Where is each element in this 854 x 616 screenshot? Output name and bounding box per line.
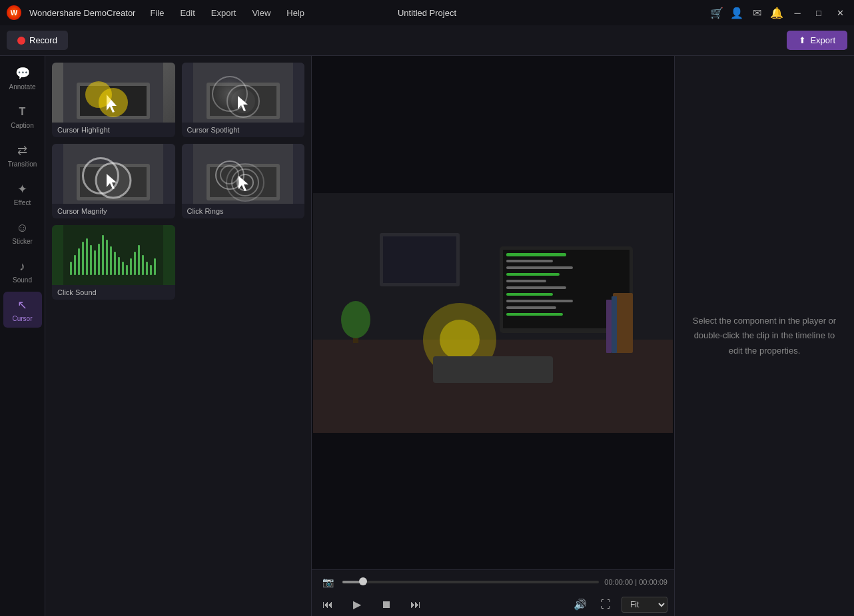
sidebar-label-sticker: Sticker bbox=[12, 238, 33, 245]
cursor-panel: Cursor Highlight Cursor Sp bbox=[45, 56, 312, 616]
svg-rect-59 bbox=[506, 293, 553, 296]
sidebar-label-annotate: Annotate bbox=[9, 83, 35, 91]
sidebar-label-cursor: Cursor bbox=[12, 315, 32, 322]
cursor-card-rings[interactable]: Click Rings bbox=[182, 144, 305, 218]
cursor-thumb-rings bbox=[182, 144, 305, 204]
sidebar-item-sticker[interactable]: ☺ Sticker bbox=[3, 214, 42, 250]
menu-edit[interactable]: Edit bbox=[173, 5, 201, 21]
properties-hint: Select the component in the player or do… bbox=[688, 314, 841, 358]
svg-rect-29 bbox=[82, 242, 84, 275]
sidebar-item-cursor[interactable]: ↖ Cursor bbox=[3, 292, 42, 328]
sidebar-label-sound: Sound bbox=[13, 276, 32, 284]
progress-track[interactable] bbox=[342, 581, 599, 583]
close-button[interactable]: ✕ bbox=[833, 5, 847, 20]
record-indicator bbox=[17, 37, 25, 45]
menubar: File Edit Export View Help bbox=[143, 5, 311, 21]
menu-export[interactable]: Export bbox=[205, 5, 243, 21]
spotlight-svg bbox=[193, 63, 293, 123]
svg-rect-46 bbox=[150, 265, 152, 275]
progress-row: 📷 00:00:00 | 00:00:09 bbox=[318, 573, 667, 591]
time-display: 00:00:00 | 00:00:09 bbox=[604, 578, 667, 586]
sidebar-label-effect: Effect bbox=[14, 199, 31, 206]
menu-help[interactable]: Help bbox=[280, 5, 311, 21]
cursor-card-sound[interactable]: Click Sound bbox=[52, 225, 175, 300]
volume-button[interactable]: 🔊 bbox=[571, 595, 590, 614]
skip-back-button[interactable]: ⏮ bbox=[318, 595, 337, 614]
svg-marker-17 bbox=[107, 174, 117, 189]
caption-icon: T bbox=[15, 104, 31, 120]
app-name: Wondershare DemoCreator bbox=[29, 8, 135, 18]
video-player bbox=[312, 56, 674, 569]
right-controls: 🔊 ⛶ Fit 25% 50% 75% 100% bbox=[571, 595, 667, 614]
sidebar-label-caption: Caption bbox=[11, 122, 33, 129]
progress-thumb[interactable] bbox=[359, 577, 367, 585]
sidebar-item-sound[interactable]: ♪ Sound bbox=[3, 253, 42, 289]
cursor-card-spotlight[interactable]: Cursor Spotlight bbox=[182, 63, 305, 137]
cursor-grid: Cursor Highlight Cursor Sp bbox=[52, 63, 304, 300]
svg-rect-58 bbox=[506, 286, 566, 289]
menu-file[interactable]: File bbox=[143, 5, 171, 21]
menu-view[interactable]: View bbox=[245, 5, 277, 21]
scene-svg bbox=[313, 193, 673, 433]
cart-icon[interactable]: 🛒 bbox=[710, 6, 723, 19]
svg-rect-31 bbox=[90, 245, 92, 275]
play-button[interactable]: ▶ bbox=[348, 595, 366, 614]
fullscreen-button[interactable]: ⛶ bbox=[596, 595, 615, 614]
cursor-spotlight-label: Cursor Spotlight bbox=[182, 123, 305, 137]
cursor-highlight-label: Cursor Highlight bbox=[52, 123, 175, 137]
fit-select[interactable]: Fit 25% 50% 75% 100% bbox=[622, 597, 667, 613]
record-label: Record bbox=[29, 35, 57, 45]
bell-icon[interactable]: 🔔 bbox=[770, 6, 783, 19]
total-time: 00:00:09 bbox=[639, 578, 667, 586]
sidebar-item-effect[interactable]: ✦ Effect bbox=[3, 176, 42, 212]
svg-rect-72 bbox=[383, 236, 456, 283]
cursor-thumb-spotlight bbox=[182, 63, 305, 123]
controls-row: ⏮ ▶ ⏹ ⏭ 🔊 ⛶ Fit 25% 50% 75% 100% bbox=[318, 595, 667, 614]
sound-icon: ♪ bbox=[15, 258, 31, 274]
svg-rect-65 bbox=[433, 356, 553, 383]
sound-svg bbox=[63, 225, 163, 285]
mail-icon[interactable]: ✉ bbox=[750, 6, 763, 19]
cursor-card-magnify[interactable]: Cursor Magnify bbox=[52, 144, 175, 218]
sidebar-item-annotate[interactable]: 💬 Annotate bbox=[3, 60, 42, 96]
skip-forward-button[interactable]: ⏭ bbox=[406, 595, 425, 614]
svg-rect-44 bbox=[142, 255, 144, 275]
sticker-icon: ☺ bbox=[15, 220, 31, 236]
current-time: 00:00:00 bbox=[604, 578, 633, 586]
snapshot-button[interactable]: 📷 bbox=[318, 573, 337, 591]
svg-rect-42 bbox=[134, 252, 136, 275]
annotate-icon: 💬 bbox=[15, 65, 31, 81]
main-area: 💬 Annotate T Caption ⇄ Transition ✦ Effe… bbox=[0, 56, 854, 616]
minimize-button[interactable]: ─ bbox=[790, 5, 805, 20]
record-button[interactable]: Record bbox=[7, 31, 68, 50]
svg-rect-40 bbox=[126, 265, 128, 275]
svg-rect-41 bbox=[130, 258, 132, 275]
cursor-magnify-label: Cursor Magnify bbox=[52, 204, 175, 218]
svg-rect-34 bbox=[102, 235, 104, 275]
cursor-sound-label: Click Sound bbox=[52, 285, 175, 300]
svg-rect-47 bbox=[154, 258, 156, 275]
effect-icon: ✦ bbox=[15, 181, 31, 197]
sidebar-item-transition[interactable]: ⇄ Transition bbox=[3, 137, 42, 173]
svg-rect-28 bbox=[78, 248, 80, 275]
svg-rect-45 bbox=[146, 262, 148, 275]
svg-rect-56 bbox=[506, 273, 560, 276]
svg-point-70 bbox=[341, 301, 370, 338]
sidebar: 💬 Annotate T Caption ⇄ Transition ✦ Effe… bbox=[0, 56, 45, 616]
export-button[interactable]: ⬆ Export bbox=[787, 31, 847, 50]
svg-rect-37 bbox=[114, 252, 116, 275]
titlebar-left: W Wondershare DemoCreator File Edit Expo… bbox=[7, 5, 311, 21]
highlight-svg bbox=[63, 63, 163, 123]
stop-button[interactable]: ⏹ bbox=[377, 595, 396, 614]
svg-rect-38 bbox=[118, 257, 120, 275]
user-icon[interactable]: 👤 bbox=[730, 6, 743, 19]
svg-rect-27 bbox=[74, 255, 76, 275]
cursor-thumb-magnify bbox=[52, 144, 175, 204]
svg-rect-43 bbox=[138, 245, 140, 275]
cursor-card-highlight[interactable]: Cursor Highlight bbox=[52, 63, 175, 137]
svg-rect-62 bbox=[506, 313, 563, 316]
properties-panel: Select the component in the player or do… bbox=[674, 56, 854, 616]
export-icon: ⬆ bbox=[799, 35, 806, 45]
maximize-button[interactable]: □ bbox=[811, 5, 826, 20]
sidebar-item-caption[interactable]: T Caption bbox=[3, 99, 42, 135]
